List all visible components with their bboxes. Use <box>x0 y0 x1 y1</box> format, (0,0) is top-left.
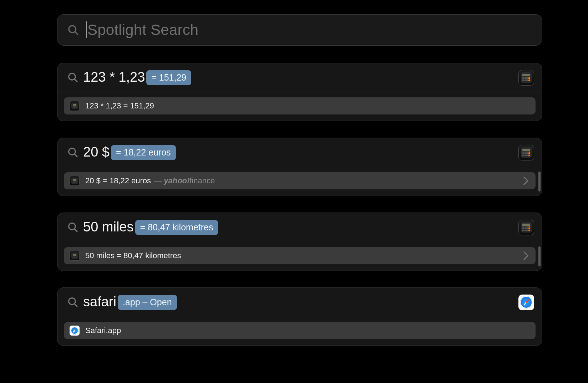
spotlight-panel-currency: 20 $ = 18,22 euros 20 $ = 18,22 euros — … <box>57 138 542 196</box>
spotlight-panel-units: 50 miles= 80,47 kilometres 50 miles = 80… <box>57 213 542 271</box>
search-icon <box>67 296 79 308</box>
search-icon <box>67 221 79 233</box>
result-text: 50 miles = 80,47 kilometres <box>85 251 181 260</box>
calculator-icon <box>70 251 80 261</box>
result-row[interactable]: 123 * 1,23 = 151,29 <box>64 97 536 114</box>
scroll-indicator <box>538 246 541 266</box>
result-row[interactable]: Safari.app <box>64 322 536 339</box>
search-query: safari.app – Open <box>83 294 177 310</box>
svg-line-7 <box>75 229 77 231</box>
spotlight-panel-calc1: 123 * 1,23= 151,29 123 * 1,23 = 151,29 <box>57 63 542 121</box>
calculator-icon <box>518 145 534 160</box>
chevron-right-icon <box>523 176 529 185</box>
panel-head[interactable]: 123 * 1,23= 151,29 <box>57 63 542 92</box>
panel-head[interactable]: safari.app – Open <box>57 288 542 317</box>
search-icon <box>67 71 79 83</box>
result-source: — yahoo!finance <box>154 176 215 185</box>
calculator-icon <box>70 176 80 186</box>
result-text: 123 * 1,23 = 151,29 <box>85 101 154 111</box>
result-text: 20 $ = 18,22 euros <box>85 176 151 185</box>
panel-head[interactable]: 50 miles= 80,47 kilometres <box>57 213 542 242</box>
search-query: 20 $ = 18,22 euros <box>83 144 176 160</box>
result-row[interactable]: 50 miles = 80,47 kilometres <box>64 247 536 264</box>
search-placeholder: Spotlight Search <box>86 21 198 39</box>
calculator-icon <box>70 101 80 111</box>
svg-line-9 <box>75 303 77 306</box>
svg-line-5 <box>75 154 77 157</box>
search-query: 123 * 1,23= 151,29 <box>83 70 191 85</box>
result-row[interactable]: 20 $ = 18,22 euros — yahoo!finance <box>64 172 536 189</box>
scroll-indicator <box>538 172 541 192</box>
spotlight-panel-safari: safari.app – Open Safari.app <box>57 287 542 346</box>
result-badge: .app – Open <box>118 295 177 310</box>
svg-line-1 <box>75 32 78 35</box>
calculator-icon <box>518 70 534 86</box>
svg-line-3 <box>75 79 77 82</box>
result-badge: = 151,29 <box>146 70 191 85</box>
spotlight-search-bar[interactable]: Spotlight Search <box>57 14 542 46</box>
result-badge: = 80,47 kilometres <box>135 220 218 235</box>
safari-icon <box>70 326 80 336</box>
panel-head[interactable]: 20 $ = 18,22 euros <box>57 138 542 167</box>
search-icon <box>67 24 80 36</box>
search-query: 50 miles= 80,47 kilometres <box>83 219 218 235</box>
result-badge: = 18,22 euros <box>111 145 176 160</box>
calculator-icon <box>518 220 534 235</box>
safari-icon <box>518 295 534 310</box>
result-text: Safari.app <box>85 326 121 335</box>
chevron-right-icon <box>523 251 529 260</box>
search-icon <box>67 146 79 158</box>
